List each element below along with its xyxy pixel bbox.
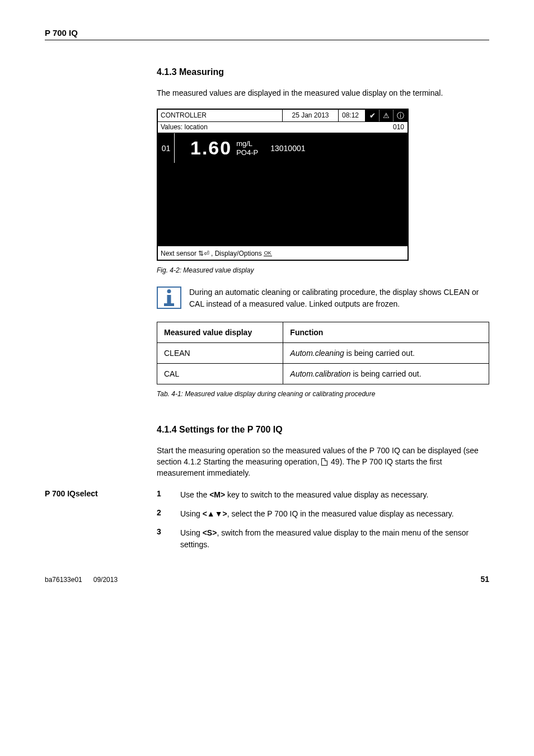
section-measuring-heading: 4.1.3 Measuring: [157, 67, 489, 77]
device-blank-area: [158, 163, 407, 247]
autom-calibration-label: Autom.calibration: [290, 369, 350, 378]
footer-page-number: 51: [480, 575, 489, 584]
side-label: P 700 IQselect: [45, 489, 157, 500]
step-1-num: 1: [157, 489, 180, 500]
step-1-a: Use the: [180, 490, 209, 499]
updown-icon: ⇅⏎: [198, 250, 209, 257]
info-note-icon: [157, 287, 181, 309]
step-2-row: 2 Using <▲▼>, select the P 700 IQ in the…: [157, 508, 489, 519]
table-cell-clean: CLEAN: [157, 342, 283, 363]
table-head-function: Function: [283, 322, 489, 342]
table-row: CLEAN Autom.cleaning is being carried ou…: [157, 342, 489, 363]
table-cell-clean-func: Autom.cleaning is being carried out.: [283, 342, 489, 363]
device-controller-label: CONTROLLER: [158, 110, 283, 121]
footer-docid: ba76133e01: [45, 576, 82, 584]
page-footer: ba76133e01 09/2013 51: [45, 575, 489, 584]
table-header-row: Measured value display Function: [157, 322, 489, 342]
device-footer-text-b: , Display/Options: [211, 250, 262, 257]
ok-icon: OK: [264, 251, 272, 256]
step-1-b: key to switch to the measured value disp…: [225, 490, 428, 499]
table-cell-cal: CAL: [157, 363, 283, 384]
device-date: 25 Jan 2013: [283, 110, 339, 121]
clean-suffix: is being carried out.: [344, 349, 415, 358]
side-label-empty: [45, 508, 157, 519]
footer-left: ba76133e01 09/2013: [45, 576, 118, 584]
device-reading: 1.60: [175, 137, 236, 159]
table-row: CAL Autom.calibration is being carried o…: [157, 363, 489, 384]
step-1-text: Use the <M> key to switch to the measure…: [180, 489, 489, 500]
m-key: <M>: [209, 490, 225, 499]
device-screenshot: CONTROLLER 25 Jan 2013 08:12 ✔ ⚠ ⓘ Value…: [157, 109, 409, 261]
device-values-code: 010: [385, 122, 407, 133]
device-footer-text-a: Next sensor: [161, 250, 196, 257]
device-unit-top: mg/L: [236, 139, 258, 148]
step-3-text: Using <S>, switch from the measured valu…: [180, 527, 489, 550]
section-settings-intro: Start the measuring operation so the mea…: [157, 445, 489, 479]
table-caption: Tab. 4-1: Measured value display during …: [157, 390, 489, 398]
step-2-b: , select the P 700 IQ in the measured va…: [227, 509, 454, 518]
device-sensor-id: 13010001: [268, 144, 305, 153]
info-icon: ⓘ: [394, 110, 407, 121]
device-unit-bottom: PO4-P: [236, 148, 258, 157]
step-2-num: 2: [157, 508, 180, 519]
footer-date: 09/2013: [93, 576, 118, 584]
step-2-a: Using: [180, 509, 203, 518]
side-label-empty-2: [45, 527, 157, 550]
device-time: 08:12: [339, 110, 366, 121]
step-1-row: P 700 IQselect 1 Use the <M> key to swit…: [157, 489, 489, 500]
device-titlebar: CONTROLLER 25 Jan 2013 08:12 ✔ ⚠ ⓘ: [158, 110, 407, 122]
device-measure-row: 01 1.60 mg/L PO4-P 13010001: [158, 133, 407, 163]
device-units: mg/L PO4-P: [236, 139, 268, 157]
info-note: During an automatic cleaning or calibrat…: [157, 287, 489, 309]
section-measuring-intro: The measured values are displayed in the…: [157, 87, 489, 98]
figure-caption: Fig. 4-2: Measured value display: [157, 266, 489, 274]
step-2-text: Using <▲▼>, select the P 700 IQ in the m…: [180, 508, 489, 519]
header-rule: [45, 40, 489, 40]
autom-cleaning-label: Autom.cleaning: [290, 349, 344, 358]
arrow-keys: <▲▼>: [203, 509, 227, 518]
page-ref-icon: [321, 458, 327, 466]
warning-icon: ⚠: [380, 110, 394, 121]
device-values-row: Values: location 010: [158, 122, 407, 133]
cal-suffix: is being carried out.: [351, 369, 421, 378]
step-3-row: 3 Using <S>, switch from the measured va…: [157, 527, 489, 550]
section-settings-heading: 4.1.4 Settings for the P 700 IQ: [157, 425, 489, 435]
info-note-text: During an automatic cleaning or calibrat…: [189, 287, 489, 309]
step-3-b: , switch from the measured value display…: [180, 528, 469, 548]
table-cell-cal-func: Autom.calibration is being carried out.: [283, 363, 489, 384]
s-key: <S>: [203, 528, 217, 537]
table-head-display: Measured value display: [157, 322, 283, 342]
wrench-icon: ✔: [366, 110, 380, 121]
device-channel: 01: [158, 133, 175, 163]
measured-value-table: Measured value display Function CLEAN Au…: [157, 322, 489, 384]
device-values-label: Values: location: [158, 122, 385, 133]
page-header-title: P 700 IQ: [45, 28, 489, 37]
step-3-num: 3: [157, 527, 180, 550]
device-footer: Next sensor ⇅⏎ , Display/Options OK: [158, 247, 407, 260]
step-3-a: Using: [180, 528, 203, 537]
